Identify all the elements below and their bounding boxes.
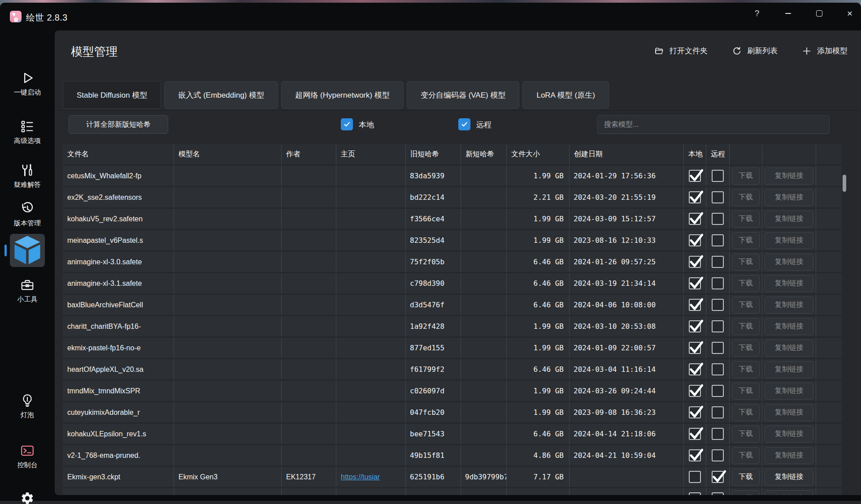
download-button[interactable]: 下载 xyxy=(732,426,760,443)
copy-link-button[interactable]: 复制链接 xyxy=(765,340,813,357)
download-button[interactable]: 下载 xyxy=(732,189,760,206)
remote-checkbox[interactable] xyxy=(712,191,724,203)
copy-link-button[interactable]: 复制链接 xyxy=(765,211,813,228)
open-folder-button[interactable]: 打开文件夹 xyxy=(654,46,708,56)
remote-checkbox[interactable] xyxy=(712,471,724,483)
download-button[interactable]: 下载 xyxy=(732,254,760,271)
tab-embedding[interactable]: 嵌入式 (Embedding) 模型 xyxy=(164,81,278,109)
minimize-button[interactable] xyxy=(778,4,798,23)
copy-link-button[interactable]: 复制链接 xyxy=(765,275,813,292)
table-row[interactable]: ekmix-pastel-fp16-no-e877ed1551.99 GB202… xyxy=(63,338,842,358)
download-button[interactable]: 下载 xyxy=(732,361,760,378)
local-checkbox[interactable] xyxy=(689,492,701,495)
remote-checkbox[interactable] xyxy=(712,299,724,311)
remote-checkbox[interactable] xyxy=(712,170,724,182)
remote-checkbox[interactable] xyxy=(712,213,724,225)
download-button[interactable]: 下载 xyxy=(732,469,760,486)
remote-checkbox[interactable] xyxy=(712,492,724,495)
download-button[interactable]: 下载 xyxy=(732,318,760,335)
remote-checkbox[interactable] xyxy=(712,342,724,354)
sidebar-item-settings[interactable]: 设置 xyxy=(0,491,55,504)
table-row[interactable]: animagine-xl-3.1.safetec798d3906.46 GB20… xyxy=(63,273,842,293)
table-row[interactable]: meinapastel_v6Pastel.s823525d41.99 GB202… xyxy=(63,230,842,250)
table-row[interactable]: charitt_charitBYA-fp16-1a92f4281.99 GB20… xyxy=(63,316,842,336)
sidebar-item-advanced-options[interactable]: 高级选项 xyxy=(0,119,55,145)
sidebar-item-model-management[interactable] xyxy=(10,234,45,267)
maximize-button[interactable] xyxy=(809,4,830,23)
local-checkbox[interactable] xyxy=(689,449,701,461)
remote-checkbox[interactable] xyxy=(712,256,724,268)
sidebar-item-lightbulb[interactable]: 灯泡 xyxy=(0,393,55,419)
refresh-list-button[interactable]: 刷新列表 xyxy=(732,46,778,56)
download-button[interactable]: 下载 xyxy=(732,297,760,314)
compute-hash-button[interactable]: 计算全部新版短哈希 xyxy=(69,115,168,134)
sidebar-item-version-management[interactable]: 版本管理 xyxy=(0,202,55,228)
search-input[interactable] xyxy=(597,115,830,134)
copy-link-button[interactable]: 复制链接 xyxy=(765,404,813,421)
copy-link-button[interactable]: 复制链接 xyxy=(765,426,813,443)
table-row[interactable]: animagine-xl-3.0.safete75f2f05b6.46 GB20… xyxy=(63,252,842,272)
copy-link-button[interactable]: 复制链接 xyxy=(765,318,813,335)
table-row[interactable]: 下载复制链接 xyxy=(63,488,842,495)
table-row[interactable]: cetusMix_Whalefall2-fp83da59391.99 GB202… xyxy=(63,166,842,186)
download-button[interactable]: 下载 xyxy=(732,275,760,292)
download-button[interactable]: 下载 xyxy=(732,168,760,185)
local-checkbox[interactable] xyxy=(689,213,701,225)
copy-link-button[interactable]: 复制链接 xyxy=(765,469,813,486)
remote-checkbox[interactable] xyxy=(712,406,724,418)
help-button[interactable]: ? xyxy=(747,4,767,23)
vertical-scrollbar[interactable] xyxy=(843,175,846,192)
download-button[interactable]: 下载 xyxy=(732,383,760,400)
download-button[interactable]: 下载 xyxy=(732,211,760,228)
add-model-button[interactable]: 添加模型 xyxy=(802,46,848,56)
table-row[interactable]: Ekmix-gen3.ckptEkmix Gen3EK12317https://… xyxy=(63,467,842,487)
table-row[interactable]: kohakuV5_rev2.safetenf3566ce41.99 GB2024… xyxy=(63,209,842,229)
table-row[interactable]: baxlBlueArchiveFlatCelld3d5476f6.46 GB20… xyxy=(63,295,842,315)
local-checkbox[interactable] xyxy=(689,471,701,483)
local-checkbox[interactable] xyxy=(689,277,701,289)
sidebar-item-troubleshooting[interactable]: 疑难解答 xyxy=(0,163,55,189)
remote-checkbox[interactable] xyxy=(712,428,724,440)
copy-link-button[interactable]: 复制链接 xyxy=(765,297,813,314)
local-checkbox[interactable] xyxy=(689,170,701,182)
local-checkbox[interactable] xyxy=(689,320,701,332)
copy-link-button[interactable]: 复制链接 xyxy=(765,254,813,271)
table-row[interactable]: tmndMix_tmndMixSPRc026097d1.99 GB2024-03… xyxy=(63,381,842,401)
sidebar-item-console[interactable]: 控制台 xyxy=(0,444,55,470)
table-row[interactable]: kohakuXLEpsilon_rev1.sbee715436.46 GB202… xyxy=(63,424,842,444)
tab-stable-diffusion[interactable]: Stable Diffusion 模型 xyxy=(63,81,161,109)
local-checkbox[interactable] xyxy=(689,299,701,311)
download-button[interactable]: 下载 xyxy=(732,232,760,249)
local-checkbox[interactable] xyxy=(689,385,701,397)
tab-vae[interactable]: 变分自编码器 (VAE) 模型 xyxy=(407,81,520,109)
local-filter-checkbox[interactable] xyxy=(341,118,353,130)
remote-checkbox[interactable] xyxy=(712,277,724,289)
table-row[interactable]: heartOfAppleXL_v20.saf61799f26.46 GB2024… xyxy=(63,359,842,379)
copy-link-button[interactable]: 复制链接 xyxy=(765,232,813,249)
sidebar-item-small-tools[interactable]: 小工具 xyxy=(0,278,55,304)
remote-checkbox[interactable] xyxy=(712,363,724,375)
sidebar-item-one-click-launch[interactable]: 一键启动 xyxy=(0,71,55,97)
remote-checkbox[interactable] xyxy=(712,320,724,332)
table-row[interactable]: ex2K_sse2.safetensorsbd222c142.21 GB2024… xyxy=(63,187,842,207)
table-row[interactable]: cuteyukimixAdorable_r047fcb201.99 GB2023… xyxy=(63,402,842,422)
remote-checkbox[interactable] xyxy=(712,449,724,461)
copy-link-button[interactable]: 复制链接 xyxy=(765,361,813,378)
remote-filter-checkbox[interactable] xyxy=(458,118,470,130)
table-row[interactable]: v2-1_768-ema-pruned.49b15f814.86 GB2024-… xyxy=(63,445,842,465)
remote-checkbox[interactable] xyxy=(712,385,724,397)
tab-hypernetwork[interactable]: 超网络 (Hypernetwork) 模型 xyxy=(281,81,404,109)
copy-link-button[interactable]: 复制链接 xyxy=(765,447,813,464)
download-button[interactable]: 下载 xyxy=(732,490,760,495)
copy-link-button[interactable]: 复制链接 xyxy=(765,383,813,400)
download-button[interactable]: 下载 xyxy=(732,340,760,357)
copy-link-button[interactable]: 复制链接 xyxy=(765,168,813,185)
download-button[interactable]: 下载 xyxy=(732,404,760,421)
local-checkbox[interactable] xyxy=(689,256,701,268)
close-button[interactable]: ✕ xyxy=(839,4,860,23)
local-checkbox[interactable] xyxy=(689,363,701,375)
local-checkbox[interactable] xyxy=(689,191,701,203)
local-checkbox[interactable] xyxy=(689,234,701,246)
copy-link-button[interactable]: 复制链接 xyxy=(765,490,813,495)
local-checkbox[interactable] xyxy=(689,428,701,440)
